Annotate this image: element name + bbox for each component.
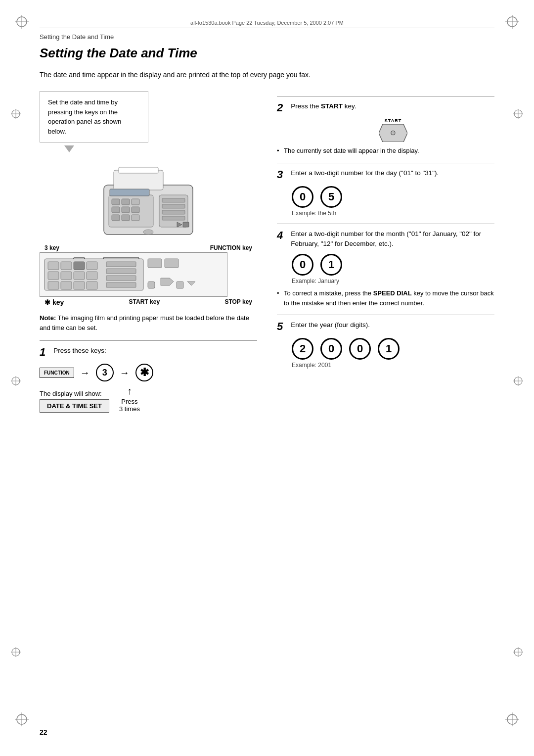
svg-marker-74 [187, 282, 195, 285]
page-title: Setting the Date and Time [40, 46, 494, 61]
svg-rect-44 [162, 198, 185, 202]
fax-machine-svg [94, 155, 203, 239]
svg-rect-64 [87, 282, 97, 289]
step-4: 4 Enter a two-digit number for the month… [277, 224, 494, 308]
svg-point-51 [143, 230, 153, 235]
label-start-key: START key [129, 298, 160, 306]
svg-rect-61 [48, 282, 59, 289]
digit-0d-circle: 0 [349, 338, 371, 360]
key-labels-top: 3 key FUNCTION key [40, 244, 257, 251]
step-4-example: Example: January [292, 278, 494, 284]
svg-marker-72 [161, 278, 174, 285]
speed-dial-bold: SPEED DIAL [373, 289, 412, 297]
key-labels-bottom: ✱ key START key STOP key [40, 298, 257, 306]
arrow-up-icon: ↑ [127, 385, 132, 397]
svg-rect-68 [106, 283, 136, 287]
key-3-circle: 3 [96, 364, 114, 381]
step-5-example: Example: 2001 [292, 362, 494, 369]
svg-rect-62 [61, 282, 72, 289]
step-3-divider [277, 163, 494, 163]
step-2-bullet: The currently set date will appear in th… [277, 146, 494, 156]
start-key-illustration: START ⊙ [292, 118, 494, 142]
corner-mark-tr [505, 15, 519, 29]
right-column: 2 Press the START key. START ⊙ The [277, 91, 494, 374]
callout-box: Set the date and time by pressing the ke… [40, 91, 148, 142]
step-4-instruction: Enter a two-digit number for the month (… [291, 229, 494, 249]
svg-rect-67 [106, 276, 136, 281]
reg-mark-left-bot [11, 647, 21, 657]
svg-rect-42 [132, 215, 139, 221]
step-2-number: 2 [277, 101, 283, 114]
step-3-digits: 0 5 [292, 186, 494, 208]
label-3key: 3 key [44, 244, 59, 251]
label-star-key: ✱ key [44, 298, 64, 306]
svg-text:⊙: ⊙ [390, 129, 396, 137]
step-2-instruction: Press the START key. [291, 101, 356, 111]
step-2: 2 Press the START key. START ⊙ The [277, 96, 494, 156]
reg-mark-left-mid [11, 376, 21, 386]
header-filename: all-fo1530a.book Page 22 Tuesday, Decemb… [40, 20, 494, 28]
times-label: 3 times [119, 405, 140, 413]
callout-text: Set the date and time by pressing the ke… [48, 98, 121, 135]
svg-rect-36 [132, 199, 139, 205]
svg-rect-35 [122, 199, 130, 205]
digit-2-circle: 2 [292, 338, 313, 360]
svg-rect-69 [148, 259, 162, 268]
svg-rect-55 [74, 262, 85, 270]
svg-rect-58 [61, 272, 72, 280]
svg-rect-40 [112, 215, 120, 221]
fax-illustration [40, 155, 257, 239]
step-3: 3 Enter a two-digit number for the day (… [277, 163, 494, 217]
svg-rect-49 [183, 222, 189, 227]
note-label: Note: [40, 314, 56, 322]
step-1-instruction: Press these keys: [53, 346, 106, 356]
step-5: 5 Enter the year (four digits). 2 0 0 1 … [277, 315, 494, 369]
breadcrumb: Setting the Date and Time [40, 33, 494, 41]
svg-rect-37 [112, 207, 120, 213]
svg-rect-38 [122, 207, 130, 213]
digit-0-circle: 0 [292, 186, 313, 208]
svg-rect-73 [177, 282, 183, 288]
svg-rect-70 [165, 259, 178, 268]
reg-mark-right-top [513, 109, 523, 119]
step-5-divider [277, 315, 494, 315]
svg-rect-39 [132, 207, 139, 213]
svg-rect-63 [74, 282, 85, 289]
svg-rect-45 [162, 204, 185, 208]
svg-rect-53 [48, 262, 59, 270]
svg-rect-60 [87, 272, 97, 280]
step-1-display-section: The display will show: DATE & TIME SET [40, 388, 109, 413]
page-number: 22 [40, 728, 47, 736]
digit-0c-circle: 0 [320, 338, 342, 360]
corner-mark-bl [15, 712, 29, 726]
svg-rect-34 [112, 199, 120, 205]
step-5-number: 5 [277, 320, 283, 333]
keyboard-svg [42, 255, 225, 294]
step-1: 1 Press these keys: FUNCTION → 3 → ✱ The… [40, 340, 257, 413]
main-content: Set the date and time by pressing the ke… [40, 91, 494, 418]
step-4-bullet: To correct a mistake, press the SPEED DI… [277, 288, 494, 308]
label-stop-key: STOP key [224, 298, 252, 306]
key-star-circle: ✱ [135, 364, 153, 381]
step-5-digits: 2 0 0 1 [292, 338, 494, 360]
step-1-bottom: The display will show: DATE & TIME SET ↑… [40, 385, 257, 413]
reg-mark-right-bot [513, 647, 523, 657]
callout-tail [64, 145, 74, 152]
step-3-instruction: Enter a two-digit number for the day ("0… [291, 168, 439, 178]
step-4-digits: 0 1 [292, 254, 494, 276]
display-shows-label: The display will show: [40, 390, 109, 397]
step-1-number: 1 [40, 346, 45, 359]
arrow-1: → [80, 367, 90, 378]
svg-rect-71 [148, 282, 155, 288]
step-4-number: 4 [277, 229, 283, 242]
step-3-header: 3 Enter a two-digit number for the day (… [277, 168, 494, 181]
step-2-header: 2 Press the START key. [277, 101, 494, 114]
intro-text: The date and time appear in the display … [40, 70, 445, 80]
step-1-header: 1 Press these keys: [40, 346, 257, 359]
start-key-bold: START [321, 102, 343, 110]
svg-rect-57 [48, 272, 59, 280]
digit-0b-circle: 0 [292, 254, 313, 276]
svg-rect-66 [106, 269, 136, 274]
arrow-2: → [120, 367, 130, 378]
step-5-instruction: Enter the year (four digits). [291, 320, 370, 330]
